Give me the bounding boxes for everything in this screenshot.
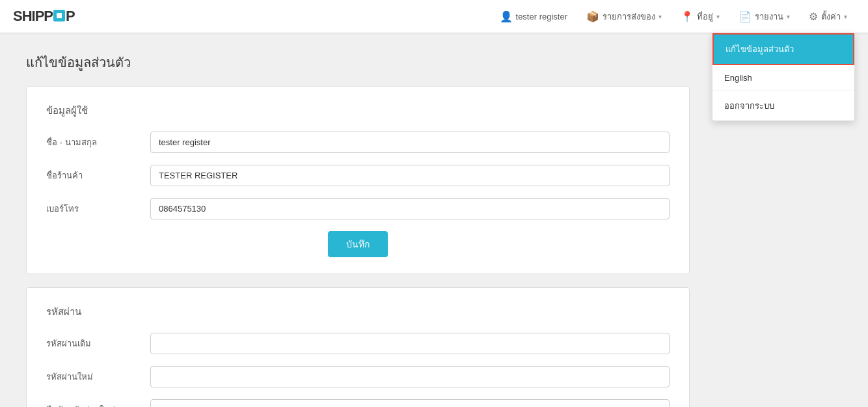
nav-settings-label: ตั้งค่า bbox=[821, 10, 841, 23]
label-confirm-password: ยืนยันรหัสผ่านใหม่ bbox=[46, 403, 150, 407]
navbar: SHIPPP 👤 tester register 📦 รายการส่งของ … bbox=[0, 0, 868, 33]
report-arrow-icon: ▾ bbox=[787, 13, 790, 20]
logo-box-icon bbox=[53, 10, 65, 21]
shipping-icon: 📦 bbox=[586, 10, 599, 23]
form-row-fullname: ชื่อ - นามสกุล bbox=[46, 132, 670, 153]
shipping-arrow-icon: ▾ bbox=[658, 13, 662, 20]
label-old-password: รหัสผ่านเดิม bbox=[46, 337, 150, 350]
label-new-password: รหัสผ่านใหม่ bbox=[46, 370, 150, 384]
logo[interactable]: SHIPPP bbox=[13, 8, 75, 25]
logo-text-ship: SHIPP bbox=[13, 8, 53, 25]
dropdown-item-logout-label: ออกจากระบบ bbox=[724, 101, 774, 111]
user-icon: 👤 bbox=[500, 10, 513, 23]
navbar-items: 👤 tester register 📦 รายการส่งของ ▾ 📍 ที่… bbox=[492, 5, 855, 29]
page-title: แก้ไขข้อมูลส่วนตัว bbox=[26, 52, 690, 73]
settings-dropdown: แก้ไขข้อมูลส่วนตัว English ออกจากระบบ bbox=[712, 33, 855, 121]
logo-text-op: P bbox=[66, 8, 75, 25]
main-content: แก้ไขข้อมูลส่วนตัว ข้อมูลผู้ใช้ ชื่อ - น… bbox=[0, 33, 716, 407]
dropdown-item-logout[interactable]: ออกจากระบบ bbox=[712, 91, 854, 120]
nav-shipping-label: รายการส่งของ bbox=[603, 10, 655, 23]
dropdown-item-profile[interactable]: แก้ไขข้อมูลส่วนตัว bbox=[712, 33, 854, 65]
dropdown-item-profile-label: แก้ไขข้อมูลส่วนตัว bbox=[726, 44, 794, 54]
dropdown-item-english[interactable]: English bbox=[712, 65, 854, 91]
nav-report-label: รายงาน bbox=[755, 10, 783, 23]
save-user-info-button[interactable]: บันทึก bbox=[328, 231, 388, 257]
form-row-old-password: รหัสผ่านเดิม bbox=[46, 333, 670, 354]
nav-location-label: ที่อยู่ bbox=[697, 10, 713, 23]
input-new-password[interactable] bbox=[150, 366, 670, 387]
user-info-card: ข้อมูลผู้ใช้ ชื่อ - นามสกุล ชื่อร้านค้า … bbox=[26, 86, 690, 274]
nav-settings[interactable]: ⚙ ตั้งค่า ▾ bbox=[801, 5, 855, 29]
input-shopname[interactable] bbox=[150, 165, 670, 186]
label-fullname: ชื่อ - นามสกุล bbox=[46, 135, 150, 149]
nav-shipping[interactable]: 📦 รายการส่งของ ▾ bbox=[578, 5, 670, 29]
dropdown-item-english-label: English bbox=[724, 73, 752, 83]
form-row-new-password: รหัสผ่านใหม่ bbox=[46, 366, 670, 387]
password-card: รหัสผ่าน รหัสผ่านเดิม รหัสผ่านใหม่ ยืนยั… bbox=[26, 287, 690, 407]
form-row-shopname: ชื่อร้านค้า bbox=[46, 165, 670, 186]
input-fullname[interactable] bbox=[150, 132, 670, 153]
user-info-section-title: ข้อมูลผู้ใช้ bbox=[46, 103, 670, 119]
password-section-title: รหัสผ่าน bbox=[46, 304, 670, 320]
nav-location[interactable]: 📍 ที่อยู่ ▾ bbox=[673, 5, 727, 29]
form-row-phone: เบอร์โทร bbox=[46, 198, 670, 219]
label-shopname: ชื่อร้านค้า bbox=[46, 169, 150, 182]
form-row-confirm-password: ยืนยันรหัสผ่านใหม่ bbox=[46, 399, 670, 407]
input-phone[interactable] bbox=[150, 198, 670, 219]
label-phone: เบอร์โทร bbox=[46, 202, 150, 216]
location-icon: 📍 bbox=[681, 10, 694, 23]
nav-user[interactable]: 👤 tester register bbox=[492, 5, 575, 28]
nav-username: tester register bbox=[516, 12, 567, 21]
report-icon: 📄 bbox=[739, 10, 752, 23]
settings-icon: ⚙ bbox=[809, 10, 818, 23]
settings-arrow-icon: ▾ bbox=[844, 13, 847, 20]
location-arrow-icon: ▾ bbox=[716, 13, 720, 20]
input-old-password[interactable] bbox=[150, 333, 670, 354]
nav-report[interactable]: 📄 รายงาน ▾ bbox=[731, 5, 798, 29]
input-confirm-password[interactable] bbox=[150, 399, 670, 407]
